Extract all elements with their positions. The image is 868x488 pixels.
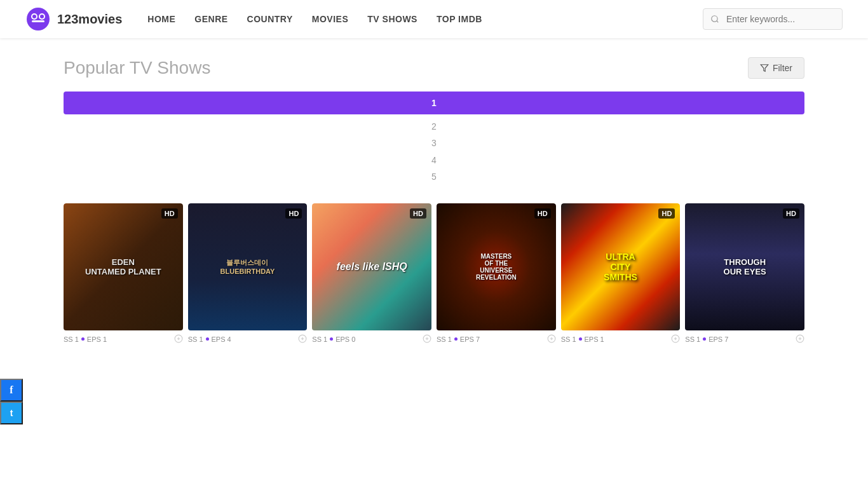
pagination-page-3[interactable]: 3	[431, 136, 437, 150]
svg-point-0	[27, 8, 50, 30]
quality-3	[423, 334, 431, 344]
header: 123movies HOME GENRE COUNTRY MOVIES TV S…	[0, 0, 868, 38]
nav-country[interactable]: COUNTRY	[247, 14, 293, 24]
nav-genre[interactable]: GENRE	[194, 14, 227, 24]
pagination-area: 1 2 3 4 5	[64, 92, 804, 184]
search-input[interactable]	[703, 8, 843, 30]
eps-1: EPS 1	[87, 336, 107, 343]
meta-dot-2	[206, 337, 209, 341]
add-icon-4	[547, 334, 556, 343]
poster-label-3: feels like ISHQ	[334, 259, 410, 275]
poster-6: THROUGH OUR EYES	[685, 203, 804, 330]
svg-line-7	[717, 21, 719, 23]
nav-movies[interactable]: MOVIES	[312, 14, 348, 24]
hd-badge-3: HD	[410, 208, 426, 219]
eps-3: EPS 0	[336, 336, 355, 343]
meta-dot-1	[81, 337, 85, 341]
page-title: Popular TV Shows	[64, 58, 210, 78]
movie-info-4: SS 1 EPS 7	[437, 330, 556, 348]
svg-rect-5	[32, 20, 44, 22]
movie-card-6[interactable]: THROUGH OUR EYES HD SS 1 EPS 7	[685, 203, 804, 348]
quality-2	[298, 334, 307, 344]
movie-card-4[interactable]: MASTERS OF THE UNIVERSE REVELATION HD SS…	[437, 203, 556, 348]
season-3: SS 1	[312, 336, 327, 343]
poster-label-6: THROUGH OUR EYES	[721, 255, 769, 279]
movie-card-3[interactable]: feels like ISHQ HD SS 1 EPS 0	[312, 203, 431, 348]
quality-5	[671, 334, 680, 344]
nav-tv-shows[interactable]: TV SHOWS	[367, 14, 417, 24]
poster-label-1: EDEN UNTAMED PLANET	[83, 255, 164, 279]
eps-4: EPS 7	[460, 336, 480, 343]
site-name: 123movies	[57, 12, 122, 27]
main-content: Popular TV Shows Filter 1 2 3 4 5 EDEN U…	[0, 38, 868, 361]
season-6: SS 1	[685, 336, 700, 343]
filter-button[interactable]: Filter	[748, 57, 804, 79]
poster-5: ULTRA CITY SMITHS	[561, 203, 681, 330]
movie-info-6: SS 1 EPS 7	[685, 330, 804, 348]
movie-info-1: SS 1 EPS 1	[64, 330, 183, 348]
season-2: SS 1	[188, 336, 203, 343]
logo-link[interactable]: 123movies	[25, 6, 122, 32]
hd-badge-1: HD	[161, 208, 178, 219]
nav-top-imdb[interactable]: TOP IMDB	[437, 14, 482, 24]
movie-meta-6: SS 1 EPS 7	[685, 334, 804, 344]
add-icon-2	[298, 334, 307, 343]
search-icon	[710, 15, 719, 24]
svg-point-6	[712, 16, 717, 22]
poster-4: MASTERS OF THE UNIVERSE REVELATION	[437, 203, 556, 330]
movie-meta-2: SS 1 EPS 4	[188, 334, 308, 344]
season-1: SS 1	[64, 336, 79, 343]
eps-6: EPS 7	[709, 336, 728, 343]
pagination-page-2[interactable]: 2	[431, 119, 437, 133]
hd-badge-2: HD	[285, 208, 302, 219]
eps-2: EPS 4	[212, 336, 231, 343]
svg-point-3	[32, 15, 36, 18]
season-5: SS 1	[561, 336, 576, 343]
svg-point-4	[40, 15, 44, 18]
movie-card-2[interactable]: 블루버스데이 BLUEBIRTHDAY HD SS 1 EPS 4	[188, 203, 308, 348]
pagination-page-4[interactable]: 4	[431, 153, 437, 167]
add-icon-1	[174, 334, 183, 343]
movie-info-5: SS 1 EPS 1	[561, 330, 681, 348]
active-page-number: 1	[431, 98, 437, 108]
filter-icon	[760, 64, 769, 72]
hd-badge-6: HD	[783, 208, 799, 219]
movie-meta-4: SS 1 EPS 7	[437, 334, 556, 344]
svg-marker-8	[761, 65, 768, 72]
logo-icon	[25, 6, 51, 32]
quality-4	[547, 334, 556, 344]
quality-6	[796, 334, 804, 344]
movie-meta-3: SS 1 EPS 0	[312, 334, 431, 344]
quality-1	[174, 334, 183, 344]
poster-label-5: ULTRA CITY SMITHS	[601, 249, 640, 285]
add-icon-5	[671, 334, 680, 343]
page-header: Popular TV Shows Filter	[64, 57, 804, 79]
meta-dot-3	[330, 337, 333, 341]
filter-label: Filter	[773, 63, 792, 73]
main-nav: HOME GENRE COUNTRY MOVIES TV SHOWS TOP I…	[147, 14, 703, 24]
poster-label-2: 블루버스데이 BLUEBIRTHDAY	[218, 255, 278, 278]
pagination-page-1[interactable]: 1	[64, 92, 804, 114]
search-area	[703, 8, 843, 30]
season-4: SS 1	[437, 336, 452, 343]
meta-dot-5	[579, 337, 582, 341]
movie-meta-5: SS 1 EPS 1	[561, 334, 681, 344]
hd-badge-5: HD	[658, 208, 675, 219]
movie-card-5[interactable]: ULTRA CITY SMITHS HD SS 1 EPS 1	[561, 203, 681, 348]
pagination-page-5[interactable]: 5	[431, 170, 437, 184]
pagination-links: 2 3 4 5	[64, 119, 804, 184]
movie-info-3: SS 1 EPS 0	[312, 330, 431, 348]
movie-card-1[interactable]: EDEN UNTAMED PLANET HD SS 1 EPS 1	[64, 203, 183, 348]
add-icon-3	[423, 334, 431, 343]
add-icon-6	[796, 334, 804, 343]
hd-badge-4: HD	[534, 208, 551, 219]
movie-info-2: SS 1 EPS 4	[188, 330, 308, 348]
movie-grid: EDEN UNTAMED PLANET HD SS 1 EPS 1	[64, 203, 804, 348]
poster-1: EDEN UNTAMED PLANET	[64, 203, 183, 330]
meta-dot-6	[703, 337, 706, 341]
nav-home[interactable]: HOME	[147, 14, 175, 24]
meta-dot-4	[454, 337, 458, 341]
poster-3: feels like ISHQ	[312, 203, 431, 330]
movie-meta-1: SS 1 EPS 1	[64, 334, 183, 344]
poster-2: 블루버스데이 BLUEBIRTHDAY	[188, 203, 308, 330]
